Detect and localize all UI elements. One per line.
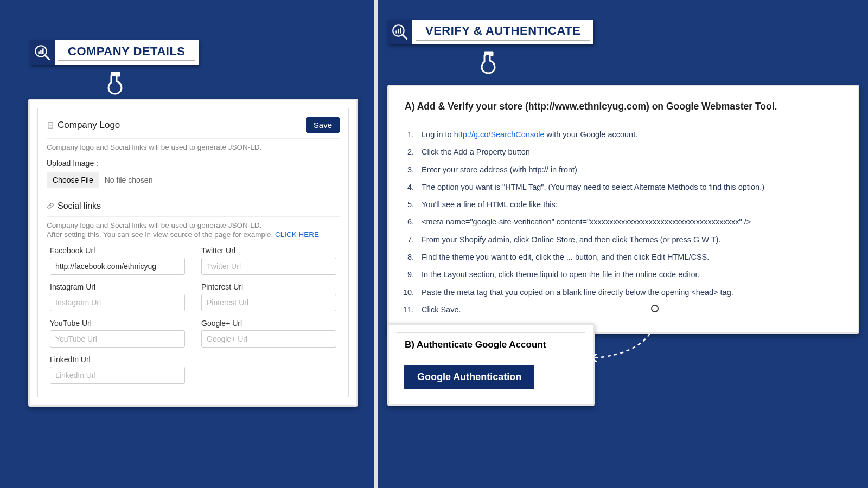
- linkedin-url-input[interactable]: [50, 367, 185, 384]
- pinterest-url-field: Pinterest Url: [201, 282, 336, 311]
- step-item: 1.Log in to http://g.co/SearchConsole wi…: [401, 126, 847, 143]
- social-links-heading: Social links: [47, 201, 340, 215]
- svg-rect-4: [42, 48, 44, 54]
- pointing-hand-icon: [104, 69, 126, 98]
- step-item: 6.<meta name="google-site-verification" …: [401, 213, 847, 230]
- google-authentication-button[interactable]: Google Authentication: [404, 365, 534, 389]
- file-status-text: No file chosen: [99, 172, 158, 188]
- step-item: 10.Paste the meta tag that you copied on…: [401, 284, 847, 301]
- instagram-url-field: Instagram Url: [50, 282, 185, 311]
- step-item: 3.Enter your store address (with http://…: [401, 161, 847, 178]
- vertical-divider: [374, 0, 378, 488]
- facebook-url-input[interactable]: [50, 258, 185, 275]
- section-a-heading: A) Add & Verify your store (http://www.e…: [397, 94, 850, 119]
- company-details-title: COMPANY DETAILS: [58, 44, 195, 61]
- svg-rect-14: [485, 52, 493, 55]
- svg-line-1: [45, 55, 49, 60]
- company-details-title-badge: COMPANY DETAILS: [30, 40, 199, 65]
- twitter-url-field: Twitter Url: [201, 246, 336, 275]
- youtube-url-input[interactable]: [50, 330, 185, 348]
- social-desc-1: Company logo and Social links will be us…: [47, 221, 340, 229]
- svg-rect-12: [398, 29, 399, 34]
- svg-rect-13: [400, 28, 401, 33]
- pointing-hand-icon: [477, 49, 499, 77]
- file-input[interactable]: Choose File No file chosen: [47, 172, 158, 188]
- save-button[interactable]: Save: [306, 117, 340, 133]
- svg-rect-3: [40, 50, 42, 54]
- link-icon: [47, 202, 54, 210]
- step-item: 8.Find the theme you want to edit, click…: [401, 248, 847, 266]
- company-logo-heading: Company Logo: [47, 120, 120, 131]
- pinterest-url-input[interactable]: [201, 294, 336, 311]
- twitter-url-input[interactable]: [201, 258, 336, 275]
- svg-rect-11: [395, 30, 397, 33]
- linkedin-url-field: LinkedIn Url: [50, 355, 185, 384]
- company-details-card: Company Logo Save Company logo and Socia…: [28, 99, 358, 407]
- svg-rect-2: [38, 51, 40, 54]
- svg-rect-5: [112, 73, 119, 76]
- search-console-link[interactable]: http://g.co/SearchConsole: [454, 130, 545, 139]
- verification-steps-list: 1.Log in to http://g.co/SearchConsole wi…: [397, 119, 850, 325]
- verify-authenticate-title: VERIFY & AUTHENTICATE: [416, 24, 590, 41]
- googleplus-url-input[interactable]: [201, 330, 336, 348]
- facebook-url-field: Facebook Url: [50, 246, 185, 275]
- upload-image-label: Upload Image :: [47, 159, 340, 168]
- step-item: 9.In the Layout section, click theme.liq…: [401, 266, 847, 283]
- connector-arrow: [585, 303, 672, 368]
- instagram-url-input[interactable]: [50, 294, 185, 311]
- document-icon: [47, 121, 54, 129]
- analytics-search-icon: [30, 40, 55, 65]
- step-item: 5.You'll see a line of HTML code like th…: [401, 196, 847, 213]
- authenticate-card: B) Authenticate Google Account Google Au…: [387, 323, 595, 406]
- choose-file-button[interactable]: Choose File: [47, 172, 99, 188]
- social-desc-2: After setting this, You can see in view-…: [47, 230, 340, 239]
- step-item: 4.The option you want is "HTML Tag". (Yo…: [401, 178, 847, 196]
- connector-dot: [651, 305, 659, 312]
- analytics-search-icon: [387, 20, 412, 44]
- verify-store-card: A) Add & Verify your store (http://www.e…: [387, 85, 859, 334]
- step-item: 2.Click the Add a Property button: [401, 143, 847, 160]
- click-here-link[interactable]: CLICK HERE: [275, 230, 319, 239]
- step-item: 7.From your Shopify admin, click Online …: [401, 231, 847, 248]
- section-b-heading: B) Authenticate Google Account: [397, 332, 585, 357]
- verify-authenticate-title-badge: VERIFY & AUTHENTICATE: [387, 20, 593, 44]
- googleplus-url-field: Google+ Url: [201, 319, 336, 348]
- svg-line-10: [403, 35, 407, 39]
- youtube-url-field: YouTube Url: [50, 319, 185, 348]
- logo-description: Company logo and Social links will be us…: [47, 143, 340, 151]
